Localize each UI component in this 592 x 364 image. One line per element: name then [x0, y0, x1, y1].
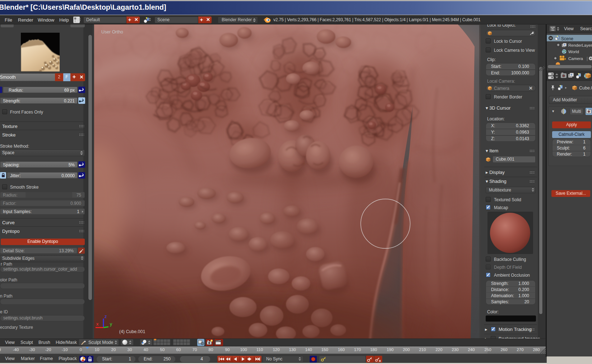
- svg-text:User Ortho: User Ortho: [101, 29, 123, 34]
- svg-text:(4) Cube.001: (4) Cube.001: [119, 329, 145, 334]
- svg-text:x: x: [96, 322, 99, 327]
- svg-text:y: y: [110, 321, 112, 327]
- svg-text:z: z: [105, 314, 107, 319]
